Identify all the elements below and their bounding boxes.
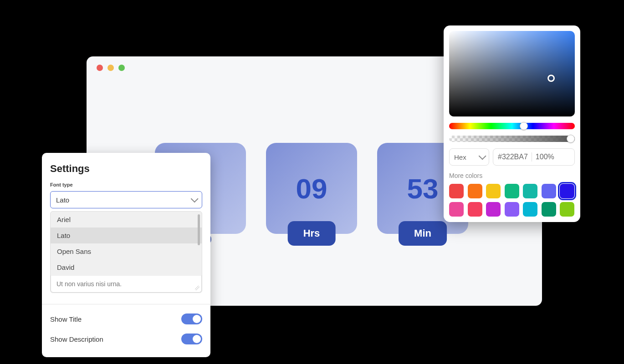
show-description-label: Show Description xyxy=(50,335,103,343)
close-dot-icon[interactable] xyxy=(97,65,103,71)
show-title-row: Show Title xyxy=(50,309,202,329)
color-swatch[interactable] xyxy=(486,202,501,217)
swatch-grid xyxy=(449,184,575,217)
color-swatch[interactable] xyxy=(542,202,556,217)
font-option-opensans[interactable]: Open Sans xyxy=(51,243,202,259)
color-picker-panel: Hex #322BA7 100% More colors xyxy=(444,25,580,222)
font-type-dropdown: Ariel Lato Open Sans David Ut non varius… xyxy=(50,211,202,293)
hue-handle-icon[interactable] xyxy=(520,122,528,130)
show-title-toggle[interactable] xyxy=(181,313,202,324)
saturation-value-area[interactable] xyxy=(449,31,575,116)
show-description-row: Show Description xyxy=(50,329,202,349)
color-swatch[interactable] xyxy=(505,202,519,217)
color-swatch[interactable] xyxy=(523,184,537,198)
resize-handle-icon[interactable] xyxy=(195,286,199,290)
color-swatch[interactable] xyxy=(560,202,574,217)
timer-tile-hours: 09 Hrs xyxy=(266,143,357,234)
timer-label-minutes: Min xyxy=(399,221,447,246)
font-option-ariel[interactable]: Ariel xyxy=(51,212,202,228)
font-option-david[interactable]: David xyxy=(51,259,202,275)
hex-value: #322BA7 xyxy=(498,153,528,161)
maximize-dot-icon[interactable] xyxy=(118,65,125,71)
chevron-down-icon xyxy=(479,152,486,160)
description-text: Ut non varius nisi urna. xyxy=(56,280,122,288)
show-title-label: Show Title xyxy=(50,315,82,323)
color-format-value: Hex xyxy=(454,153,466,161)
divider xyxy=(42,304,210,304)
color-swatch[interactable] xyxy=(542,184,556,198)
timer-value-hours: 09 xyxy=(296,172,327,205)
more-colors-label: More colors xyxy=(449,172,575,179)
description-textarea[interactable]: Ut non varius nisi urna. xyxy=(51,275,202,293)
color-swatch[interactable] xyxy=(560,184,574,198)
minimize-dot-icon[interactable] xyxy=(107,65,114,71)
opacity-value: 100% xyxy=(536,153,554,161)
scrollbar-thumb[interactable] xyxy=(198,214,200,245)
timer-value-minutes: 53 xyxy=(407,172,439,205)
sv-cursor-icon[interactable] xyxy=(547,75,555,82)
color-format-select[interactable]: Hex xyxy=(449,148,489,166)
color-swatch[interactable] xyxy=(468,202,482,217)
color-swatch[interactable] xyxy=(449,202,464,217)
alpha-slider[interactable] xyxy=(449,136,575,142)
settings-panel: Settings Font type Lato Ariel Lato Open … xyxy=(42,153,210,357)
alpha-handle-icon[interactable] xyxy=(567,135,575,143)
settings-title: Settings xyxy=(50,163,202,175)
show-description-toggle[interactable] xyxy=(181,334,202,344)
hex-input[interactable]: #322BA7 100% xyxy=(493,148,575,166)
color-swatch[interactable] xyxy=(486,184,501,198)
color-swatch[interactable] xyxy=(449,184,464,198)
hue-slider[interactable] xyxy=(449,123,575,129)
color-swatch[interactable] xyxy=(505,184,519,198)
font-type-select[interactable]: Lato xyxy=(50,191,202,208)
color-swatch[interactable] xyxy=(468,184,482,198)
timer-label-hours: Hrs xyxy=(288,221,336,246)
font-type-value: Lato xyxy=(56,196,69,204)
color-swatch[interactable] xyxy=(523,202,537,217)
font-type-label: Font type xyxy=(50,182,202,187)
font-option-lato[interactable]: Lato xyxy=(51,228,202,243)
separator xyxy=(532,152,532,162)
chevron-down-icon xyxy=(191,195,199,202)
